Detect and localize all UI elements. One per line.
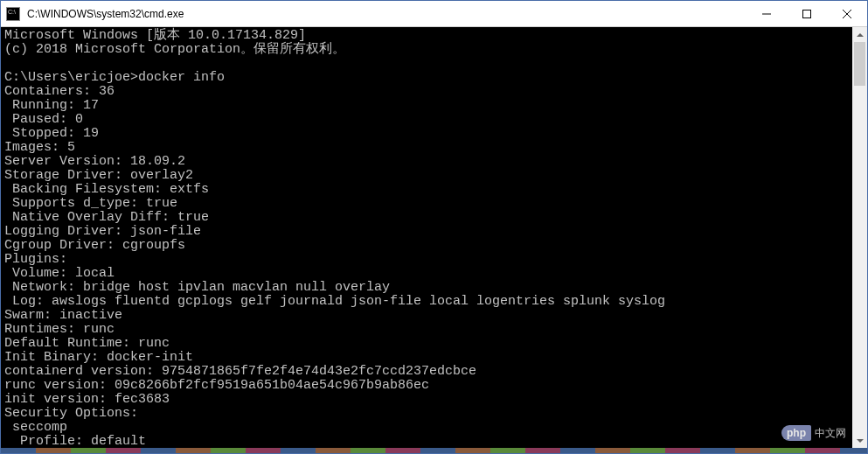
vertical-scrollbar[interactable] <box>852 27 867 448</box>
svg-rect-1 <box>803 10 811 17</box>
cmd-window: C:\WINDOWS\system32\cmd.exe Microsoft Wi… <box>0 0 868 454</box>
window-title: C:\WINDOWS\system32\cmd.exe <box>25 8 746 20</box>
svg-marker-5 <box>857 439 864 443</box>
titlebar[interactable]: C:\WINDOWS\system32\cmd.exe <box>1 1 867 27</box>
scroll-down-button[interactable] <box>852 433 867 448</box>
close-icon <box>843 10 851 18</box>
scroll-up-button[interactable] <box>852 27 867 42</box>
svg-marker-4 <box>857 33 864 37</box>
close-button[interactable] <box>827 1 867 26</box>
watermark-text: 中文网 <box>815 426 846 441</box>
maximize-button[interactable] <box>787 1 827 26</box>
watermark-badge: php <box>781 425 811 441</box>
window-controls <box>746 1 867 26</box>
chevron-down-icon <box>857 439 864 443</box>
watermark: php 中文网 <box>781 425 846 441</box>
chevron-up-icon <box>857 33 864 37</box>
cmd-app-icon <box>6 7 20 21</box>
terminal-output[interactable]: Microsoft Windows [版本 10.0.17134.829] (c… <box>1 27 852 448</box>
maximize-icon <box>802 10 811 18</box>
minimize-button[interactable] <box>746 1 787 26</box>
scrollbar-thumb[interactable] <box>854 42 865 86</box>
terminal-area: Microsoft Windows [版本 10.0.17134.829] (c… <box>1 27 867 448</box>
taskbar-strip <box>1 448 867 453</box>
minimize-icon <box>762 10 771 18</box>
scrollbar-track[interactable] <box>852 42 867 433</box>
